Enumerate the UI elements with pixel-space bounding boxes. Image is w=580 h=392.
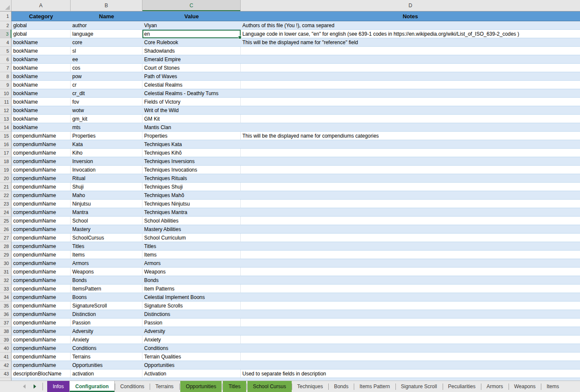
cell-category[interactable]: compendiumName [11,174,71,183]
cell-notes[interactable] [241,166,580,174]
cell-category[interactable]: compendiumName [11,353,71,361]
row-number[interactable]: 37 [0,319,11,327]
cell-value[interactable]: Path of Waves [142,72,241,81]
sheet-tab-items[interactable]: Items [541,381,564,392]
cell-value[interactable]: Terrain Qualities [142,353,241,361]
row-number[interactable]: 28 [0,242,11,251]
cell-value[interactable]: Adversity [142,327,241,336]
sheet-tab-peculiarities[interactable]: Peculiarities [443,381,481,392]
cell-value[interactable]: Celestial Realms - Deathly Turns [142,89,241,98]
cell-value[interactable]: Techniques Shuji [142,183,241,191]
cell-value[interactable]: Items [142,251,241,259]
cell-notes[interactable] [241,123,580,132]
cell-value[interactable]: Celestial Realms [142,81,241,89]
cell-name[interactable]: Distinction [71,310,142,319]
row-number[interactable]: 21 [0,183,11,191]
cell-name[interactable]: Mastery [71,225,142,234]
row-number[interactable]: 32 [0,276,11,285]
cell-category[interactable]: compendiumName [11,319,71,327]
cell-name[interactable]: core [71,38,142,47]
cell-name[interactable]: Bonds [71,276,142,285]
row-number[interactable]: 41 [0,353,11,361]
cell-notes[interactable] [241,115,580,123]
cell-value[interactable]: Vlyan [142,21,241,30]
cell-value[interactable]: Techniques Inversions [142,157,241,166]
cell-notes[interactable] [241,242,580,251]
cell-name[interactable]: School [71,217,142,225]
row-number[interactable]: 27 [0,234,11,242]
row-number[interactable]: 23 [0,200,11,208]
row-number[interactable]: 31 [0,268,11,276]
cell-notes[interactable] [241,174,580,183]
cell-value[interactable]: Court of Stones [142,64,241,72]
cell-name[interactable]: SignatureScroll [71,302,142,310]
row-number[interactable]: 25 [0,217,11,225]
cell-notes[interactable] [241,64,580,72]
cell-notes[interactable] [241,208,580,217]
row-number[interactable]: 18 [0,157,11,166]
cell-name[interactable]: Maho [71,191,142,200]
cell-value[interactable]: School Abilities [142,217,241,225]
row-number[interactable]: 43 [0,369,11,378]
sheet-tab-school-cursus[interactable]: School Cursus [247,381,292,392]
row-number[interactable]: 35 [0,302,11,310]
row-number[interactable]: 14 [0,123,11,132]
active-cell[interactable]: en [142,30,241,38]
cell-name[interactable]: Titles [71,242,142,251]
cell-category[interactable]: compendiumName [11,149,71,157]
cell-category[interactable]: bookName [11,115,71,123]
cell-notes[interactable] [241,106,580,115]
cell-notes[interactable] [241,234,580,242]
cell-category[interactable]: compendiumName [11,361,71,369]
row-number[interactable]: 33 [0,285,11,293]
row-number[interactable]: 5 [0,47,11,55]
sheet-tab-conditions[interactable]: Conditions [115,381,150,392]
cell-value[interactable]: Techniques Kata [142,140,241,149]
cell-notes[interactable] [241,89,580,98]
cell-category[interactable]: compendiumName [11,336,71,344]
cell-category[interactable]: compendiumName [11,293,71,302]
cell-notes[interactable]: Language code in lower case, "en" for en… [241,30,580,38]
cell-notes[interactable]: Authors of this file (You !), coma separ… [241,21,580,30]
cell-value[interactable]: Writ of the Wild [142,106,241,115]
cell-name[interactable]: author [71,21,142,30]
row-number-1[interactable]: 1 [0,11,11,21]
cell-name[interactable]: Conditions [71,344,142,353]
header-category[interactable]: Category [11,11,71,21]
row-number[interactable]: 36 [0,310,11,319]
cell-category[interactable]: compendiumName [11,140,71,149]
cell-value[interactable]: Shadowlands [142,47,241,55]
cell-category[interactable]: bookName [11,106,71,115]
header-notes[interactable]: Notes [241,11,580,21]
sheet-tab-titles[interactable]: Titles [223,381,246,392]
cell-notes[interactable] [241,191,580,200]
row-number[interactable]: 34 [0,293,11,302]
cell-notes[interactable] [241,353,580,361]
cell-notes[interactable] [241,336,580,344]
row-number[interactable]: 7 [0,64,11,72]
column-header-b[interactable]: B [71,0,142,11]
cell-value[interactable]: Fields of Victory [142,98,241,106]
next-sheet-arrow-icon[interactable] [34,384,36,389]
cell-name[interactable]: sl [71,47,142,55]
cell-category[interactable]: compendiumName [11,302,71,310]
row-number[interactable]: 3 [0,30,11,38]
cell-category[interactable]: descriptionBlocName [11,369,71,378]
row-number[interactable]: 30 [0,259,11,268]
cell-notes[interactable] [241,47,580,55]
cell-value[interactable]: Emerald Empire [142,55,241,64]
cell-category[interactable]: bookName [11,98,71,106]
cell-value[interactable]: Armors [142,259,241,268]
cell-notes[interactable] [241,310,580,319]
cell-name[interactable]: Kiho [71,149,142,157]
cell-value[interactable]: Core Rulebook [142,38,241,47]
sheet-tab-armors[interactable]: Armors [481,381,509,392]
cell-notes[interactable]: This will be the displayed name for "ref… [241,38,580,47]
cell-category[interactable]: compendiumName [11,268,71,276]
cell-notes[interactable] [241,140,580,149]
row-number[interactable]: 16 [0,140,11,149]
row-number[interactable]: 8 [0,72,11,81]
cell-category[interactable]: compendiumName [11,200,71,208]
row-number[interactable]: 24 [0,208,11,217]
row-number[interactable]: 6 [0,55,11,64]
